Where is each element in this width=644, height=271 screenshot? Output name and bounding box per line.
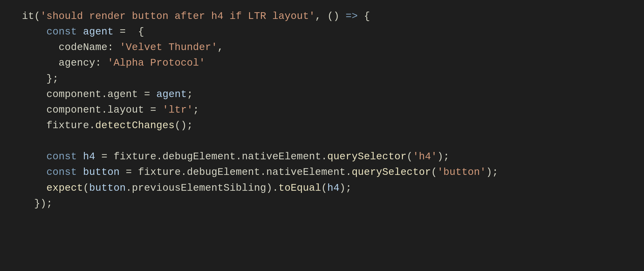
- code-token: =: [150, 104, 156, 116]
- code-token: [150, 89, 156, 100]
- code-token: .: [346, 167, 352, 178]
- code-token: [22, 104, 46, 116]
- code-token: [22, 182, 46, 194]
- code-token: [22, 26, 46, 38]
- code-token: :: [95, 57, 107, 69]
- code-token: debugElement: [187, 167, 260, 178]
- code-token: });: [22, 198, 52, 209]
- code-token: );: [486, 167, 498, 178]
- code-token: [95, 151, 101, 162]
- code-token: };: [22, 73, 59, 85]
- code-token: const: [46, 26, 77, 38]
- code-token: toEqual: [278, 182, 321, 194]
- code-token: =: [126, 167, 132, 178]
- code-token: [107, 151, 114, 162]
- code-token: detectChanges: [95, 120, 175, 131]
- code-token: fixture: [138, 167, 181, 178]
- code-token: 'Alpha Protocol': [107, 57, 205, 69]
- code-token: 'ltr': [162, 104, 193, 116]
- code-token: .: [89, 120, 95, 131]
- code-token: [120, 167, 126, 178]
- code-token: component: [46, 104, 101, 116]
- code-token: [77, 26, 83, 38]
- code-block[interactable]: it('should render button after h4 if LTR…: [0, 0, 644, 211]
- code-token: ,: [217, 42, 223, 53]
- code-token: .: [260, 167, 266, 178]
- code-token: );: [339, 182, 352, 194]
- code-token: agent: [156, 89, 187, 100]
- code-token: .: [321, 151, 327, 162]
- code-token: [156, 104, 162, 116]
- code-token: layout: [107, 104, 144, 116]
- code-token: .: [181, 167, 187, 178]
- code-token: =: [144, 89, 150, 100]
- code-token: ();: [175, 120, 193, 131]
- code-token: [22, 57, 59, 69]
- code-token: agent: [83, 26, 114, 38]
- code-line: agency: 'Alpha Protocol': [22, 57, 205, 69]
- code-token: .: [126, 182, 132, 194]
- code-token: nativeElement: [242, 151, 321, 162]
- code-token: (: [431, 167, 437, 178]
- code-token: const: [46, 167, 77, 178]
- code-token: 'h4': [413, 151, 437, 162]
- code-token: (: [407, 151, 413, 162]
- code-token: [144, 104, 150, 116]
- code-token: , (): [315, 11, 346, 22]
- code-token: [132, 167, 138, 178]
- code-token: [22, 42, 59, 53]
- code-token: querySelector: [327, 151, 407, 162]
- code-token: previousElementSibling: [132, 182, 266, 194]
- code-token: [22, 89, 46, 100]
- code-token: .: [236, 151, 242, 162]
- code-line: const h4 = fixture.debugElement.nativeEl…: [22, 151, 449, 162]
- code-token: {: [358, 11, 370, 22]
- code-token: =: [101, 151, 107, 162]
- code-token: debugElement: [162, 151, 236, 162]
- code-token: .: [156, 151, 162, 162]
- code-line: fixture.detectChanges();: [22, 120, 193, 131]
- code-token: ;: [193, 104, 199, 116]
- code-token: =: [120, 26, 126, 38]
- code-token: component: [46, 89, 101, 100]
- code-token: fixture: [114, 151, 156, 162]
- code-token: [22, 167, 46, 178]
- code-line: it('should render button after h4 if LTR…: [22, 11, 370, 22]
- code-token: (: [321, 182, 327, 194]
- code-token: querySelector: [352, 167, 431, 178]
- code-token: .: [101, 104, 107, 116]
- code-token: 'button': [437, 167, 486, 178]
- code-token: [77, 167, 83, 178]
- code-token: [138, 89, 144, 100]
- code-token: button: [83, 167, 120, 178]
- code-line: expect(button.previousElementSibling).to…: [22, 182, 352, 194]
- code-line: codeName: 'Velvet Thunder',: [22, 42, 223, 53]
- code-token: button: [89, 182, 126, 194]
- code-line: const agent = {: [22, 26, 144, 38]
- code-token: 'Velvet Thunder': [120, 42, 217, 53]
- code-token: :: [107, 42, 120, 53]
- code-token: const: [46, 151, 77, 162]
- code-token: nativeElement: [266, 167, 346, 178]
- code-token: [22, 151, 46, 162]
- code-token: [22, 120, 46, 131]
- code-token: [114, 26, 120, 38]
- code-token: [77, 151, 83, 162]
- code-token: expect: [46, 182, 83, 194]
- code-line: const button = fixture.debugElement.nati…: [22, 167, 498, 178]
- code-token: .: [101, 89, 107, 100]
- code-token: fixture: [46, 120, 89, 131]
- code-line: };: [22, 73, 59, 85]
- code-token: agent: [107, 89, 138, 100]
- code-token: h4: [327, 182, 339, 194]
- code-token: (: [34, 11, 40, 22]
- code-token: =>: [346, 11, 358, 22]
- code-line: component.agent = agent;: [22, 89, 193, 100]
- code-token: agency: [59, 57, 95, 69]
- code-token: ;: [187, 89, 193, 100]
- code-line: component.layout = 'ltr';: [22, 104, 199, 116]
- code-token: (: [83, 182, 89, 194]
- code-line: });: [22, 198, 52, 209]
- code-token: it: [22, 11, 34, 22]
- code-token: {: [126, 26, 144, 38]
